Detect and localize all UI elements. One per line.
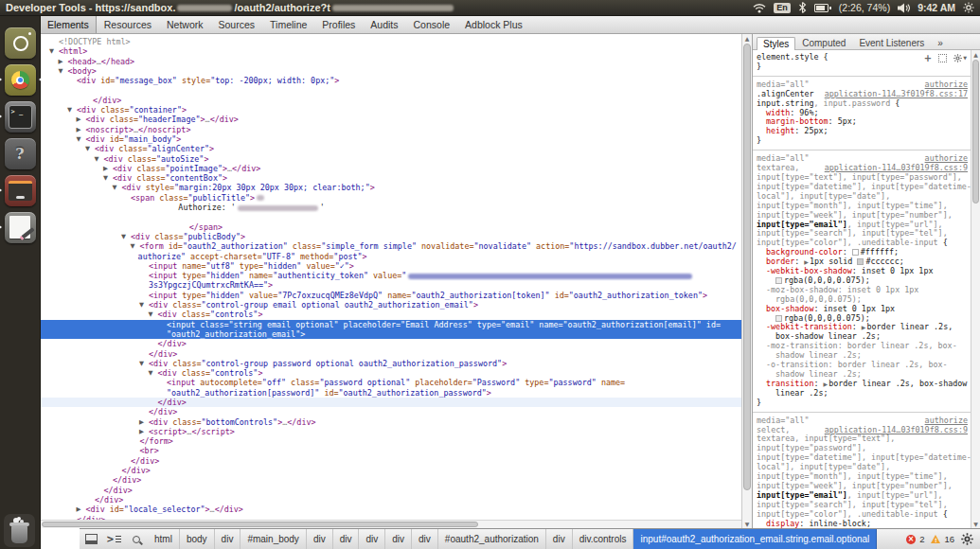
tab-console[interactable]: Console	[406, 16, 458, 33]
dom-tree-line[interactable]: ▼<div class="contentBox">	[40, 173, 741, 183]
dom-tree-line[interactable]: ▶<script>…</script>	[40, 427, 741, 436]
breadcrumb-item[interactable]: div.controls	[573, 529, 634, 549]
collapse-arrow-icon[interactable]: ▼	[59, 66, 68, 76]
dom-tree-line[interactable]	[40, 85, 741, 95]
dom-tree-line[interactable]: ▼<div class="autoSize">	[40, 154, 741, 164]
trash-icon[interactable]	[4, 514, 35, 547]
dom-tree-line[interactable]: </div>	[40, 407, 741, 416]
css-line[interactable]: linear .2s;	[757, 389, 980, 398]
dom-tree-line[interactable]: <input type="hidden" value="7Pc7oxzucqQM…	[40, 291, 741, 300]
dom-tree-line[interactable]: "oauth2_authorization[password]" id="oau…	[40, 388, 741, 398]
elements-vertical-scrollbar[interactable]: ▲ ▼	[741, 34, 752, 528]
keyboard-layout-indicator[interactable]: En	[774, 3, 791, 13]
file-archiver-icon[interactable]	[5, 175, 36, 206]
dom-tree-line[interactable]: </div>	[40, 475, 741, 485]
dom-tree-line[interactable]: </div>	[40, 398, 741, 407]
dom-tree-line[interactable]: </div>	[40, 486, 741, 495]
dom-tree-line[interactable]: <input name="utf8" type="hidden" value="…	[40, 261, 741, 271]
color-swatch[interactable]	[775, 277, 782, 284]
sidebar-tab-computed[interactable]: Computed	[795, 36, 852, 49]
expand-arrow-icon[interactable]: ▶	[77, 115, 86, 124]
dom-tree-line[interactable]: ▶<div class="bottomControls">…</div>	[40, 417, 741, 427]
styles-vertical-scrollbar[interactable]: ▲ ▼	[971, 50, 980, 528]
devtools-settings-gear-icon[interactable]	[961, 533, 973, 545]
search-button[interactable]	[125, 529, 148, 549]
scroll-down-icon[interactable]: ▼	[971, 520, 980, 528]
dom-tree-line[interactable]: </div>	[40, 456, 741, 466]
dom-tree-line[interactable]: <div id="message_box" style="top: -200px…	[40, 76, 741, 85]
session-gear-icon[interactable]	[963, 2, 974, 13]
dom-tree-line[interactable]: </span>	[40, 222, 741, 232]
error-count-icon[interactable]: ×	[906, 535, 916, 544]
collapse-arrow-icon[interactable]: ▼	[85, 144, 95, 153]
dom-tree-line[interactable]: ▼<div class="publicBody">	[40, 232, 741, 241]
breadcrumb-item[interactable]: div	[333, 529, 360, 549]
collapse-arrow-icon[interactable]: ▼	[131, 241, 140, 251]
color-swatch[interactable]	[852, 249, 859, 256]
breadcrumb-item[interactable]: div	[546, 529, 573, 549]
dom-tree-line[interactable]: ▼<div class="controls">	[40, 310, 741, 319]
dom-tree-line[interactable]: <span class="publicTitle">	[40, 193, 741, 203]
dom-tree-line[interactable]: ▼<div class="alignCenter">	[40, 144, 741, 153]
breadcrumb-item[interactable]: html	[148, 529, 180, 549]
expand-arrow-icon[interactable]: ▶	[77, 125, 86, 134]
dom-tree-line[interactable]: </div>	[40, 339, 741, 348]
dom-tree-line[interactable]: </div>	[40, 495, 741, 505]
css-line[interactable]: }	[757, 62, 980, 72]
chrome-browser-icon[interactable]	[5, 64, 36, 96]
breadcrumb-item[interactable]: #oauth2_authorization	[438, 529, 546, 549]
collapse-arrow-icon[interactable]: ▼	[103, 173, 113, 183]
dom-tree-line[interactable]: ▼<div class="control-group email optiona…	[40, 300, 741, 310]
dom-tree-line[interactable]: ▶<noscript>…</noscript>	[40, 125, 741, 134]
dock-side-button[interactable]	[80, 529, 102, 549]
collapse-arrow-icon[interactable]: ▼	[149, 368, 158, 378]
sidebar-tab-eventlisteners[interactable]: Event Listeners	[852, 36, 931, 49]
wifi-icon[interactable]	[753, 3, 766, 13]
dom-tree-line[interactable]: ▶<div class="headerImage">…</div>	[40, 115, 741, 124]
dom-tree-line[interactable]: </form>	[40, 436, 741, 446]
css-line[interactable]: element.style {+▼	[757, 53, 980, 62]
text-editor-icon[interactable]	[5, 212, 36, 243]
css-line[interactable]: height: 25px;	[757, 127, 980, 136]
collapse-arrow-icon[interactable]: ▼	[121, 232, 131, 241]
dom-tree-line[interactable]	[40, 212, 741, 221]
dom-tree-line[interactable]: </div>	[40, 349, 741, 359]
tab-network[interactable]: Network	[159, 16, 211, 33]
tab-sources[interactable]: Sources	[211, 16, 263, 33]
dom-tree-line[interactable]: <!DOCTYPE html>	[40, 37, 741, 46]
dom-tree-line[interactable]: ▶<head>…</head>	[40, 57, 741, 66]
error-count[interactable]: 2	[919, 534, 924, 544]
ubuntu-dash-icon[interactable]	[5, 27, 36, 59]
dom-tree-line[interactable]: 3s3YpgczjCQumtrxcRmtKA==">	[40, 280, 741, 290]
dom-tree-line[interactable]: <br>	[40, 446, 741, 455]
tab-profiles[interactable]: Profiles	[314, 16, 363, 33]
collapse-arrow-icon[interactable]: ▼	[139, 300, 149, 310]
sidebar-tab-[interactable]: »	[931, 36, 950, 49]
dom-tree-line-selected[interactable]: <input class="string email optional" pla…	[40, 320, 741, 329]
collapse-arrow-icon[interactable]: ▼	[149, 310, 158, 319]
dom-tree-line[interactable]: ▼<div style="margin:20px 30px 20px 30px;…	[40, 183, 741, 192]
expand-arrow-icon[interactable]: ▶	[103, 164, 113, 173]
tab-timeline[interactable]: Timeline	[262, 16, 314, 33]
horizontal-scrollbar[interactable]	[40, 520, 741, 528]
expand-shorthand-icon[interactable]: ▶	[862, 324, 866, 330]
dom-tree-line[interactable]: ▶<div class="pointImage">…</div>	[40, 164, 741, 173]
dom-tree-line[interactable]: ▼<div class="container">	[40, 105, 741, 115]
volume-icon[interactable]	[898, 3, 910, 13]
dom-tree-line[interactable]: ▼<html>	[40, 46, 741, 56]
breadcrumb-item[interactable]: div	[307, 529, 333, 549]
css-line[interactable]: }	[757, 136, 980, 146]
css-line[interactable]: }	[757, 398, 980, 408]
expand-arrow-icon[interactable]: ▶	[77, 505, 86, 514]
battery-icon[interactable]	[814, 4, 831, 12]
terminal-icon[interactable]: > _	[5, 101, 36, 133]
clock[interactable]: 9:42 AM	[918, 2, 955, 13]
dom-tree-line[interactable]: ▼<div class="controls">	[40, 368, 741, 378]
breadcrumb-item[interactable]: div	[215, 529, 241, 549]
tab-resources[interactable]: Resources	[97, 16, 159, 33]
breadcrumb-item[interactable]: div	[412, 529, 438, 549]
scroll-up-icon[interactable]: ▲	[742, 34, 752, 43]
warning-count-icon[interactable]	[931, 535, 940, 543]
show-console-button[interactable]: >	[102, 529, 125, 549]
dom-tree-line[interactable]: ▼<body>	[40, 66, 741, 76]
